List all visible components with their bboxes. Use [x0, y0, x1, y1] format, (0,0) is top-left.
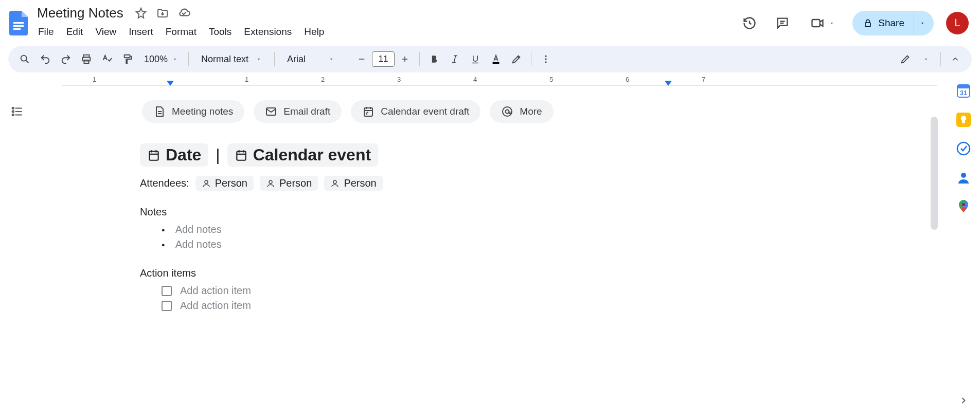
calendar-event-chip[interactable]: Calendar event: [227, 143, 378, 167]
chip-calendar-draft[interactable]: Calendar event draft: [351, 100, 480, 123]
separator: [274, 52, 275, 66]
contacts-app-icon[interactable]: [956, 170, 971, 185]
tasks-app-icon[interactable]: [956, 141, 971, 156]
collapse-side-panel-button[interactable]: [954, 391, 973, 410]
chip-meeting-notes[interactable]: Meeting notes: [142, 100, 244, 123]
keep-app-icon[interactable]: [956, 113, 971, 127]
share-button[interactable]: Share: [852, 11, 934, 35]
ruler-number: 3: [397, 76, 401, 83]
underline-button[interactable]: [466, 50, 485, 68]
ruler-number: 1: [245, 76, 248, 83]
document-icon: [153, 105, 166, 118]
svg-point-22: [545, 61, 546, 63]
text-color-button[interactable]: [487, 50, 505, 68]
paint-format-button[interactable]: [118, 50, 137, 68]
comment-icon[interactable]: [772, 13, 793, 33]
person-chip[interactable]: Person: [324, 176, 382, 191]
document-title[interactable]: Meeting Notes: [34, 4, 127, 22]
chip-email-draft[interactable]: Email draft: [254, 100, 342, 123]
print-button[interactable]: [77, 50, 96, 68]
note-item[interactable]: Add notes: [162, 222, 862, 237]
svg-point-54: [957, 142, 970, 155]
svg-point-47: [269, 180, 272, 184]
style-select[interactable]: Normal text: [194, 54, 269, 65]
bold-button[interactable]: [425, 50, 443, 68]
checkbox[interactable]: [162, 301, 172, 311]
notes-heading: Notes: [140, 206, 862, 218]
undo-button[interactable]: [36, 50, 55, 68]
highlight-button[interactable]: [507, 50, 526, 68]
menu-extensions[interactable]: Extensions: [238, 23, 297, 41]
person-icon: [330, 179, 340, 188]
font-size-decrease[interactable]: [352, 50, 371, 68]
svg-rect-2: [13, 28, 21, 30]
menu-help[interactable]: Help: [298, 23, 330, 41]
move-icon[interactable]: [155, 6, 170, 21]
lock-icon: [863, 18, 873, 28]
editing-mode-button[interactable]: [896, 50, 915, 68]
svg-point-36: [503, 107, 512, 116]
document-page[interactable]: Meeting notes Email draft Calendar event…: [63, 86, 939, 313]
menu-tools[interactable]: Tools: [203, 23, 237, 41]
svg-rect-5: [812, 20, 820, 27]
history-icon[interactable]: [739, 13, 760, 33]
person-chip[interactable]: Person: [195, 176, 254, 191]
font-select[interactable]: Arial: [280, 54, 342, 65]
note-placeholder: Add notes: [175, 224, 222, 235]
maps-app-icon[interactable]: [956, 199, 971, 213]
svg-point-55: [961, 173, 966, 178]
chip-more[interactable]: More: [490, 100, 553, 123]
person-label: Person: [279, 177, 312, 189]
redo-button[interactable]: [57, 50, 75, 68]
svg-line-8: [26, 61, 29, 63]
svg-text:31: 31: [960, 89, 967, 97]
italic-button[interactable]: [446, 50, 464, 68]
email-icon: [265, 105, 277, 118]
outline-button[interactable]: [8, 102, 27, 121]
svg-rect-12: [124, 55, 130, 58]
separator: [347, 52, 347, 66]
menu-view[interactable]: View: [90, 23, 122, 41]
action-item[interactable]: Add action item: [162, 298, 862, 313]
share-label: Share: [878, 17, 904, 29]
svg-point-37: [506, 110, 509, 114]
font-size-input[interactable]: [372, 51, 395, 67]
chevron-down-icon: [328, 56, 334, 62]
person-label: Person: [344, 177, 376, 189]
svg-rect-53: [962, 122, 965, 123]
action-item[interactable]: Add action item: [162, 283, 862, 298]
vertical-ruler[interactable]: [35, 88, 45, 420]
zoom-select[interactable]: 100%: [139, 54, 183, 65]
more-options-button[interactable]: [537, 50, 555, 68]
calendar-app-icon[interactable]: 31: [956, 84, 971, 98]
editing-mode-dropdown[interactable]: [917, 50, 935, 68]
date-chip[interactable]: Date: [140, 143, 208, 167]
person-icon: [266, 179, 275, 188]
meet-button[interactable]: [805, 13, 840, 33]
menu-format[interactable]: Format: [160, 23, 202, 41]
menu-insert[interactable]: Insert: [123, 23, 159, 41]
docs-logo[interactable]: [8, 13, 29, 33]
font-size-increase[interactable]: [396, 50, 414, 68]
svg-point-27: [12, 111, 14, 112]
person-chip[interactable]: Person: [260, 176, 318, 191]
checkbox[interactable]: [162, 286, 172, 296]
search-icon[interactable]: [15, 50, 34, 68]
menu-file[interactable]: File: [34, 23, 60, 41]
star-icon[interactable]: [134, 6, 148, 21]
menu-edit[interactable]: Edit: [61, 23, 89, 41]
zoom-value: 100%: [144, 54, 168, 65]
share-dropdown[interactable]: [914, 11, 934, 35]
horizontal-ruler[interactable]: 1 1 2 3 4 5 6 7: [62, 76, 937, 86]
svg-rect-0: [13, 22, 24, 24]
vertical-scrollbar[interactable]: [931, 117, 938, 230]
avatar[interactable]: L: [946, 12, 969, 34]
font-value: Arial: [287, 54, 306, 65]
cloud-status-icon[interactable]: [177, 6, 191, 21]
svg-point-57: [962, 203, 965, 206]
toolbar: 100% Normal text Arial: [8, 46, 972, 72]
note-item[interactable]: Add notes: [162, 237, 862, 252]
spellcheck-button[interactable]: [98, 50, 116, 68]
collapse-toolbar-button[interactable]: [946, 50, 965, 68]
heading-separator: |: [216, 145, 220, 165]
